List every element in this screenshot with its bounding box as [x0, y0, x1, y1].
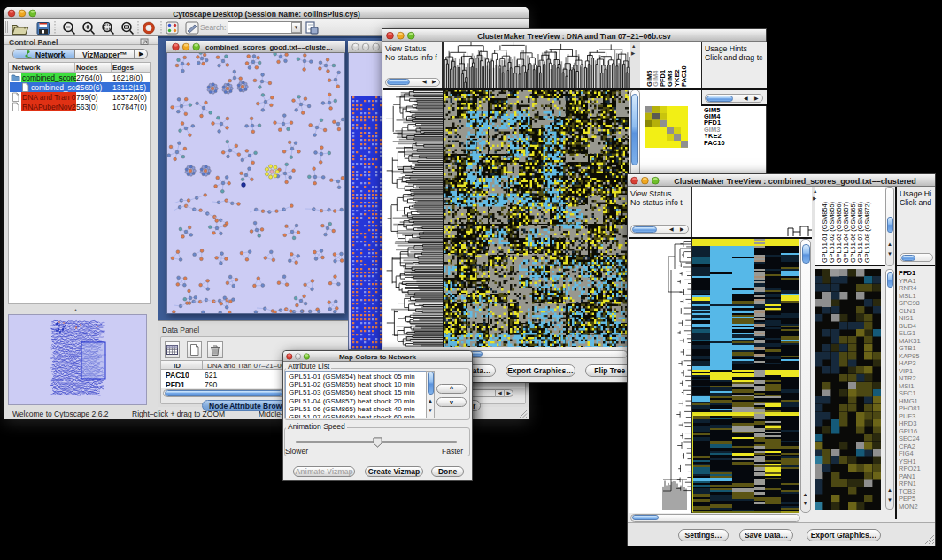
svg-text:PAC10: PAC10: [680, 65, 688, 87]
svg-text:GPL51-08 (GSM872): GPL51-08 (GSM872): [863, 202, 871, 263]
